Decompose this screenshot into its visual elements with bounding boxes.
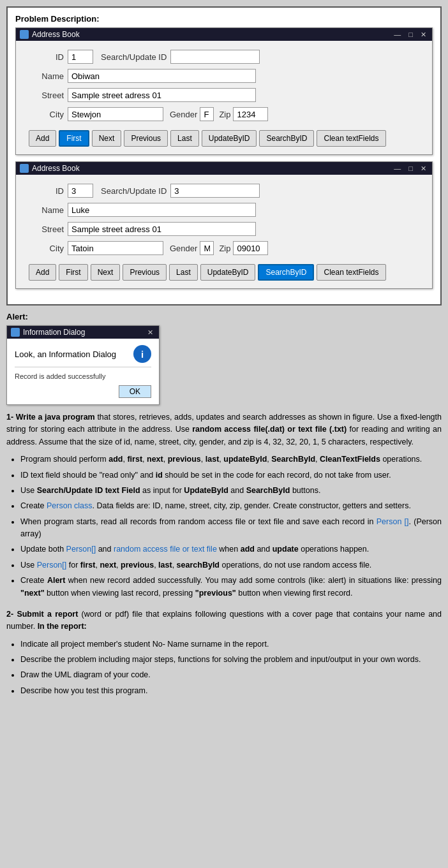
window1-body: ID Search/Update ID Name Street City Gen… — [16, 41, 432, 154]
window1-title: Address Book — [32, 30, 80, 39]
window1-search-input[interactable] — [170, 50, 260, 64]
window1-updatebyid-btn[interactable]: UpdateByID — [202, 130, 257, 147]
alert-title: Alert: — [6, 312, 442, 321]
content-section: 1- Write a java program that stores, ret… — [6, 411, 442, 697]
window1-searchbyid-btn[interactable]: SearchByID — [259, 130, 314, 147]
window1-city-input[interactable] — [68, 107, 163, 121]
window1-city-row: City Gender Zip — [29, 107, 419, 121]
dialog-info-row: Look, an Information Dialog i — [15, 345, 151, 363]
window1-name-label: Name — [29, 71, 64, 81]
window2-id-input[interactable] — [68, 184, 93, 198]
window2-name-label: Name — [29, 205, 64, 215]
bullet-4: Create Person class. Data fields are: ID… — [20, 500, 442, 512]
window2-gender-input[interactable] — [200, 241, 214, 255]
part1-intro: 1- Write a java program that stores, ret… — [6, 411, 442, 448]
window2-controls: — □ ✕ — [392, 165, 428, 173]
window1-add-btn[interactable]: Add — [29, 130, 56, 147]
person-array-link2[interactable]: Person[] — [66, 545, 96, 554]
info-icon: i — [133, 345, 151, 363]
window2-street-row: Street — [29, 222, 419, 236]
window1-gender-label: Gender — [170, 110, 197, 119]
window1-next-btn[interactable]: Next — [92, 130, 122, 147]
part2-intro: 2- Submit a report (word or pdf) file th… — [6, 608, 442, 633]
bullet2-2: Describe the problem including major ste… — [20, 654, 442, 666]
window1-last-btn[interactable]: Last — [170, 130, 199, 147]
window2-title-left: Address Book — [20, 164, 80, 173]
bullet2-3: Draw the UML diagram of your code. — [20, 669, 442, 681]
window2-zip-input[interactable] — [233, 241, 268, 255]
dialog-ok-row: OK — [15, 385, 151, 398]
window2-last-btn[interactable]: Last — [169, 264, 198, 281]
person-array-link[interactable]: Person [] — [377, 517, 409, 526]
window2-street-label: Street — [29, 224, 64, 234]
window1-maximize[interactable]: □ — [407, 31, 415, 39]
part1-bullets: Program should perform add, first, next,… — [20, 453, 442, 600]
person-class-link[interactable]: Person class — [47, 501, 93, 510]
info-icon-label: i — [141, 349, 144, 360]
window2-cleantextfields-btn[interactable]: Clean textFields — [317, 264, 385, 281]
window2-name-row: Name — [29, 203, 419, 217]
window1-zip-input[interactable] — [233, 107, 268, 121]
window1-id-row: ID Search/Update ID — [29, 50, 419, 64]
window2-name-input[interactable] — [68, 203, 256, 217]
window1-search-label: Search/Update ID — [101, 52, 167, 62]
window1-cleantextfields-btn[interactable]: Clean textFields — [317, 130, 385, 147]
alert-section: Alert: Information Dialog ✕ Look, an Inf… — [6, 312, 442, 405]
window2-first-btn[interactable]: First — [59, 264, 87, 281]
window1-close[interactable]: ✕ — [419, 31, 428, 39]
window2-add-btn[interactable]: Add — [29, 264, 56, 281]
window1-city-label: City — [29, 110, 64, 119]
window2-city-input[interactable] — [68, 241, 163, 255]
dialog-body: Look, an Information Dialog i Record is … — [7, 339, 159, 404]
window2-search-input[interactable] — [170, 184, 260, 198]
bullet-8: Create Alert when new record added succe… — [20, 575, 442, 600]
window2-search-label: Search/Update ID — [101, 186, 167, 196]
window2-icon — [20, 164, 29, 173]
window2-updatebyid-btn[interactable]: UpdateByID — [200, 264, 256, 281]
window2-titlebar: Address Book — □ ✕ — [16, 162, 432, 175]
bullet-5: When program starts, read all records fr… — [20, 516, 442, 541]
window1-zip-label: Zip — [219, 110, 230, 119]
window1-id-label: ID — [29, 52, 64, 62]
problem-description-box: Problem Description: Address Book — □ ✕ … — [6, 6, 442, 305]
window1-title-left: Address Book — [20, 30, 80, 39]
window1-icon — [20, 30, 29, 39]
bullet-1: Program should perform add, first, next,… — [20, 453, 442, 466]
dialog-ok-btn[interactable]: OK — [119, 385, 151, 398]
window1-previous-btn[interactable]: Previous — [124, 130, 168, 147]
window1-name-input[interactable] — [68, 69, 256, 83]
bullet2-4: Describe how you test this program. — [20, 685, 442, 697]
window2-maximize[interactable]: □ — [407, 165, 415, 173]
window1-first-btn[interactable]: First — [59, 130, 89, 147]
window2-button-row: Add First Next Previous Last UpdateByID … — [29, 260, 419, 282]
window2-city-row: City Gender Zip — [29, 241, 419, 255]
bullet2-1: Indicate all project member's student No… — [20, 638, 442, 651]
window1-name-row: Name — [29, 69, 419, 83]
window2-id-row: ID Search/Update ID — [29, 184, 419, 198]
window2-next-btn[interactable]: Next — [91, 264, 121, 281]
part2-bullets: Indicate all project member's student No… — [20, 638, 442, 698]
bullet-2: ID text field should be "read only" and … — [20, 469, 442, 482]
window2-minimize[interactable]: — — [392, 165, 403, 173]
window1-minimize[interactable]: — — [392, 31, 403, 39]
window2-searchbyid-btn[interactable]: SearchByID — [258, 264, 314, 281]
bullet-6: Update both Person[] and random access f… — [20, 543, 442, 555]
dialog-icon — [11, 328, 20, 337]
window2-city-label: City — [29, 244, 64, 253]
window2-previous-btn[interactable]: Previous — [123, 264, 167, 281]
problem-title: Problem Description: — [15, 14, 433, 24]
window1-street-input[interactable] — [68, 88, 256, 102]
person-array-link3[interactable]: Person[] — [37, 561, 67, 570]
window1-titlebar: Address Book — □ ✕ — [16, 28, 432, 41]
window2-close[interactable]: ✕ — [419, 165, 428, 173]
window2-street-input[interactable] — [68, 222, 256, 236]
dialog-close-btn[interactable]: ✕ — [146, 328, 155, 337]
dialog-record-text: Record is added successfully — [15, 372, 151, 380]
bullet-7: Use Person[] for first, next, previous, … — [20, 559, 442, 571]
window2-id-label: ID — [29, 186, 64, 196]
window1-gender-input[interactable] — [200, 107, 214, 121]
window1-id-input[interactable] — [68, 50, 93, 64]
window1-controls: — □ ✕ — [392, 31, 428, 39]
address-book-window-2: Address Book — □ ✕ ID Search/Update ID N… — [15, 161, 433, 289]
random-access-link[interactable]: random access file or text file — [114, 545, 217, 554]
